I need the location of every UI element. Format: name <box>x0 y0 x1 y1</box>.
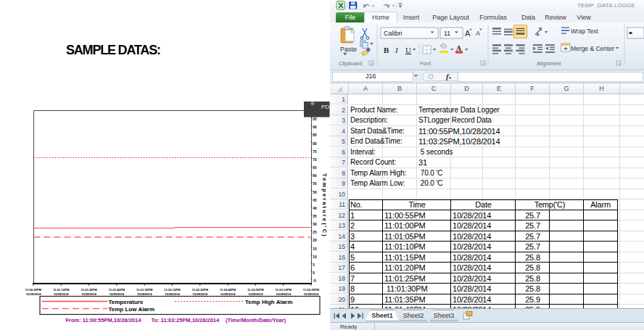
svg-text:Temp Low Alarm: Temp Low Alarm <box>109 306 155 313</box>
svg-text:10/28/2014: 10/28/2014 <box>26 292 41 296</box>
svg-text:Calibri: Calibri <box>384 30 402 37</box>
svg-text:20: 20 <box>313 239 317 242</box>
svg-text:Wrap Text: Wrap Text <box>571 28 599 35</box>
svg-text:70: 70 <box>313 158 317 162</box>
svg-text:30: 30 <box>313 223 317 226</box>
svg-text:11:03:10PM: 11:03:10PM <box>276 288 292 292</box>
svg-text:Merge & Center: Merge & Center <box>571 45 614 52</box>
svg-text:-5: -5 <box>313 279 316 283</box>
svg-text:11:02:55PM: 11:02:55PM <box>247 288 264 292</box>
svg-text:11: 11 <box>444 30 450 37</box>
svg-text:To: 11:03:25PM,10/28/2014: To: 11:03:25PM,10/28/2014 <box>152 317 220 323</box>
svg-text:10/28/2014: 10/28/2014 <box>81 292 96 296</box>
svg-text:PD: PD <box>321 104 329 110</box>
svg-text:65: 65 <box>313 166 317 170</box>
svg-text:45: 45 <box>313 199 317 202</box>
svg-text:10/28/2014: 10/28/2014 <box>304 292 319 296</box>
svg-text:U: U <box>405 46 411 54</box>
svg-text:11:02:10PM: 11:02:10PM <box>164 288 181 292</box>
svg-text:10/28/2014: 10/28/2014 <box>276 292 291 296</box>
svg-text:Paste: Paste <box>340 46 357 53</box>
svg-text:Temperature: Temperature <box>109 299 144 305</box>
svg-text:10/28/2014: 10/28/2014 <box>248 292 263 296</box>
svg-text:Clipboard: Clipboard <box>339 60 362 67</box>
svg-text:25: 25 <box>313 231 317 234</box>
svg-text:11:01:10PM: 11:01:10PM <box>53 288 70 292</box>
svg-text:Temperature('C): Temperature('C) <box>321 173 328 236</box>
svg-text:80: 80 <box>313 142 317 146</box>
svg-text:11:02:25PM: 11:02:25PM <box>192 288 209 292</box>
svg-text:11:02:40PM: 11:02:40PM <box>220 288 236 292</box>
svg-text:Font: Font <box>420 60 432 67</box>
svg-text:From: 11:00:55PM,10/28/2014: From: 11:00:55PM,10/28/2014 <box>66 317 142 323</box>
svg-text:A: A <box>456 44 462 52</box>
svg-text:55: 55 <box>313 182 317 186</box>
svg-text:5: 5 <box>313 263 315 267</box>
svg-text:60: 60 <box>313 174 317 178</box>
svg-text:35: 35 <box>313 215 317 218</box>
svg-text:Alignment: Alignment <box>537 60 561 67</box>
svg-text:90: 90 <box>313 125 317 129</box>
svg-text:(Time/Month/Date/Year): (Time/Month/Date/Year) <box>226 317 286 323</box>
svg-text:0: 0 <box>313 271 315 275</box>
svg-text:10/28/2014: 10/28/2014 <box>220 292 236 296</box>
svg-text:11:00:55PM: 11:00:55PM <box>25 288 42 292</box>
svg-text:A: A <box>476 30 480 37</box>
svg-text:10/28/2014: 10/28/2014 <box>110 292 125 296</box>
svg-text:10/28/2014: 10/28/2014 <box>54 292 69 296</box>
svg-text:75: 75 <box>313 150 317 154</box>
svg-text:40: 40 <box>313 207 317 210</box>
svg-text:B: B <box>384 46 389 54</box>
svg-text:10/28/2014: 10/28/2014 <box>193 292 208 296</box>
svg-text:50: 50 <box>313 191 317 194</box>
svg-text:Temp High Alarm: Temp High Alarm <box>245 299 292 305</box>
svg-text:11:01:40PM: 11:01:40PM <box>109 288 125 292</box>
svg-text:10/28/2014: 10/28/2014 <box>165 292 180 296</box>
svg-text:11:01:25PM: 11:01:25PM <box>80 288 97 292</box>
svg-text:85: 85 <box>313 133 317 137</box>
svg-text:10: 10 <box>313 255 317 259</box>
svg-text:10/28/2014: 10/28/2014 <box>137 292 152 296</box>
svg-text:SAMPLE DATAS:: SAMPLE DATAS: <box>66 43 160 57</box>
svg-text:95: 95 <box>313 117 317 121</box>
svg-text:11:01:55PM: 11:01:55PM <box>136 288 153 292</box>
svg-text:A: A <box>465 29 471 38</box>
svg-text:15: 15 <box>313 247 317 251</box>
svg-text:11:03:25PM: 11:03:25PM <box>303 288 320 292</box>
